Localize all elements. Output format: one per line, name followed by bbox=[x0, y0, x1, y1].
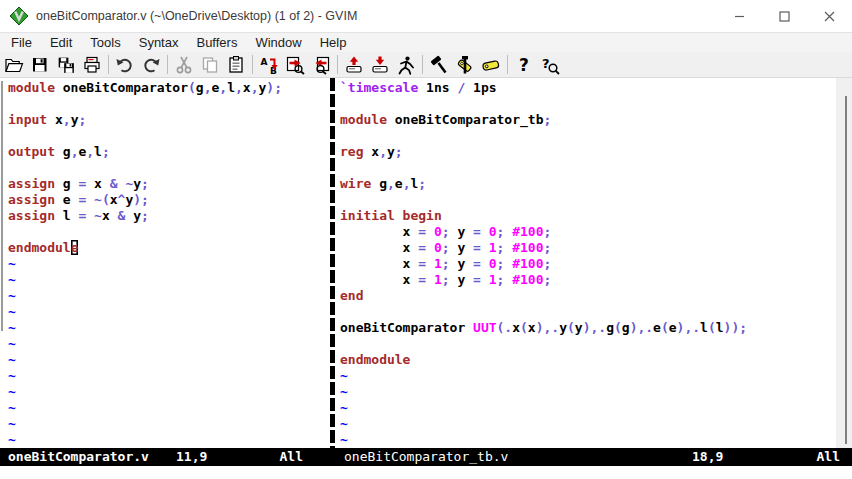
left-editor-pane[interactable]: module oneBitComparator(g,e,l,x,y); inpu… bbox=[0, 78, 330, 448]
code-line[interactable] bbox=[8, 160, 330, 176]
code-line[interactable]: ~ bbox=[340, 432, 836, 448]
code-line[interactable]: module oneBitComparator(g,e,l,x,y); bbox=[8, 80, 330, 96]
menu-file[interactable]: File bbox=[2, 33, 41, 52]
code-line[interactable]: output g,e,l; bbox=[8, 144, 330, 160]
code-line[interactable]: ~ bbox=[340, 416, 836, 432]
menu-syntax[interactable]: Syntax bbox=[130, 33, 188, 52]
svg-text:A: A bbox=[261, 56, 268, 66]
code-line[interactable] bbox=[340, 304, 836, 320]
maximize-icon bbox=[779, 11, 790, 22]
code-line[interactable] bbox=[8, 128, 330, 144]
close-button[interactable] bbox=[807, 0, 852, 32]
code-line[interactable]: x = 1; y = 1; #100; bbox=[340, 272, 836, 288]
code-line[interactable] bbox=[340, 336, 836, 352]
menu-tools[interactable]: Tools bbox=[81, 33, 129, 52]
code-line[interactable]: endmodule bbox=[8, 240, 330, 256]
code-line[interactable]: assign g = x & ~y; bbox=[8, 176, 330, 192]
maximize-button[interactable] bbox=[762, 0, 807, 32]
load-session-button[interactable] bbox=[341, 53, 367, 77]
save-all-icon bbox=[56, 55, 76, 75]
code-line[interactable]: end bbox=[340, 288, 836, 304]
code-line[interactable]: ~ bbox=[8, 368, 330, 384]
redo-icon bbox=[141, 55, 161, 75]
right-editor-pane[interactable]: `timescale 1ns / 1ps module oneBitCompar… bbox=[338, 78, 836, 448]
minimize-button[interactable] bbox=[717, 0, 762, 32]
save-all-button[interactable] bbox=[53, 53, 79, 77]
gvim-window: oneBitComparator.v (~\OneDrive\Desktop) … bbox=[0, 0, 852, 479]
code-line[interactable]: ~ bbox=[8, 272, 330, 288]
code-line[interactable]: wire g,e,l; bbox=[340, 176, 836, 192]
code-line[interactable]: ~ bbox=[8, 432, 330, 448]
code-line[interactable]: ~ bbox=[340, 384, 836, 400]
replace-button[interactable]: AB bbox=[256, 53, 282, 77]
code-line[interactable]: input x,y; bbox=[8, 112, 330, 128]
run-script-button[interactable] bbox=[393, 53, 419, 77]
code-line[interactable] bbox=[340, 160, 836, 176]
paste-button[interactable] bbox=[223, 53, 249, 77]
copy-button bbox=[197, 53, 223, 77]
menu-window[interactable]: Window bbox=[246, 33, 310, 52]
code-line[interactable]: ~ bbox=[340, 368, 836, 384]
code-line[interactable]: assign l = ~x & y; bbox=[8, 208, 330, 224]
code-line[interactable] bbox=[340, 96, 836, 112]
save-button[interactable] bbox=[27, 53, 53, 77]
left-status-filename: oneBitComparator.v bbox=[8, 448, 149, 466]
code-line[interactable]: oneBitComparator UUT(.x(x),.y(y),.g(g),.… bbox=[340, 320, 836, 336]
code-line[interactable]: ~ bbox=[8, 320, 330, 336]
find-prev-button[interactable] bbox=[308, 53, 334, 77]
make-button[interactable] bbox=[426, 53, 452, 77]
minimize-icon bbox=[734, 11, 745, 22]
undo-button[interactable] bbox=[112, 53, 138, 77]
menu-buffers[interactable]: Buffers bbox=[187, 33, 246, 52]
code-line[interactable] bbox=[8, 224, 330, 240]
code-line[interactable]: x = 0; y = 1; #100; bbox=[340, 240, 836, 256]
open-button[interactable] bbox=[1, 53, 27, 77]
code-line[interactable]: ~ bbox=[8, 416, 330, 432]
vim-app-icon bbox=[9, 6, 29, 26]
tag-jump-button[interactable] bbox=[478, 53, 504, 77]
status-bar: oneBitComparator.v 11,9 All oneBitCompar… bbox=[0, 448, 852, 466]
code-line[interactable]: ~ bbox=[8, 336, 330, 352]
code-line[interactable]: ~ bbox=[8, 288, 330, 304]
left-status-line[interactable]: oneBitComparator.v 11,9 All bbox=[0, 448, 338, 466]
redo-button[interactable] bbox=[138, 53, 164, 77]
code-line[interactable]: x = 0; y = 0; #100; bbox=[340, 224, 836, 240]
find-help-button[interactable]: ? bbox=[537, 53, 563, 77]
left-scrollbar[interactable] bbox=[1, 81, 3, 331]
paste-icon bbox=[226, 55, 246, 75]
menubar: FileEditToolsSyntaxBuffersWindowHelp bbox=[0, 32, 852, 52]
title-bar[interactable]: oneBitComparator.v (~\OneDrive\Desktop) … bbox=[0, 0, 852, 32]
code-line[interactable]: ~ bbox=[8, 400, 330, 416]
code-line[interactable]: module oneBitComparator_tb; bbox=[340, 112, 836, 128]
menu-help[interactable]: Help bbox=[311, 33, 356, 52]
code-line[interactable]: reg x,y; bbox=[340, 144, 836, 160]
vertical-split-separator[interactable] bbox=[330, 78, 335, 448]
cut-button bbox=[171, 53, 197, 77]
code-line[interactable]: ~ bbox=[340, 400, 836, 416]
code-line[interactable]: ~ bbox=[8, 304, 330, 320]
code-line[interactable] bbox=[340, 192, 836, 208]
print-button[interactable] bbox=[79, 53, 105, 77]
run-ctags-button[interactable] bbox=[452, 53, 478, 77]
right-scrollbar-thumb[interactable] bbox=[845, 96, 847, 444]
code-line[interactable] bbox=[8, 96, 330, 112]
code-line[interactable]: initial begin bbox=[340, 208, 836, 224]
toolbar: AB?? bbox=[0, 52, 852, 78]
right-scrollbar[interactable] bbox=[836, 78, 852, 448]
find-next-icon bbox=[285, 55, 305, 75]
menu-edit[interactable]: Edit bbox=[41, 33, 81, 52]
help-button[interactable]: ? bbox=[511, 53, 537, 77]
code-line[interactable]: ~ bbox=[8, 352, 330, 368]
code-line[interactable]: `timescale 1ns / 1ps bbox=[340, 80, 836, 96]
code-line[interactable]: x = 1; y = 0; #100; bbox=[340, 256, 836, 272]
find-next-button[interactable] bbox=[282, 53, 308, 77]
save-session-button[interactable] bbox=[367, 53, 393, 77]
svg-text:?: ? bbox=[542, 56, 550, 71]
code-line[interactable]: ~ bbox=[8, 256, 330, 272]
command-line[interactable] bbox=[0, 466, 852, 479]
code-line[interactable]: endmodule bbox=[340, 352, 836, 368]
code-line[interactable]: assign e = ~(x^y); bbox=[8, 192, 330, 208]
code-line[interactable]: ~ bbox=[8, 384, 330, 400]
right-status-line[interactable]: oneBitComparator_tb.v 18,9 All bbox=[338, 448, 852, 466]
code-line[interactable] bbox=[340, 128, 836, 144]
